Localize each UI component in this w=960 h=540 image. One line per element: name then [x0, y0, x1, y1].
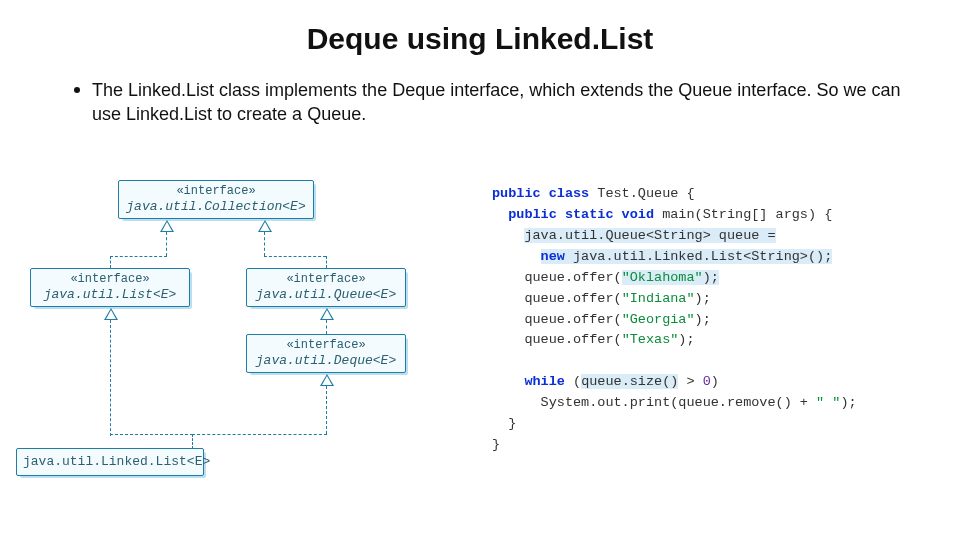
uml-dashed-line [110, 434, 193, 435]
bullet-item: The Linked.List class implements the Deq… [0, 56, 960, 127]
uml-collection-name: java.util.Collection<E> [125, 199, 307, 215]
uml-dashed-line [192, 434, 327, 435]
page-title: Deque using Linked.List [0, 0, 960, 56]
code-text: System.out.print(queue.remove() + [541, 395, 816, 410]
code-line: new java.util.Linked.List<String>(); [541, 249, 833, 264]
uml-arrowhead-icon [160, 220, 174, 232]
uml-stereotype: «interface» [37, 272, 183, 287]
uml-box-deque: «interface» java.util.Deque<E> [246, 334, 406, 373]
code-string: " " [816, 395, 840, 410]
code-keyword: while [524, 374, 565, 389]
code-text: queue.offer( [524, 270, 621, 285]
uml-arrowhead-icon [258, 220, 272, 232]
code-text: queue.offer( [524, 332, 621, 347]
code-line: System.out.print(queue.remove() + " "); [541, 395, 857, 410]
code-line: while (queue.size() > 0) [524, 374, 718, 389]
code-line: public static void main(String[] args) { [508, 207, 832, 222]
uml-dashed-line [326, 386, 327, 434]
uml-arrowhead-icon [320, 308, 334, 320]
code-text: Test.Queue { [589, 186, 694, 201]
uml-dashed-line [166, 232, 167, 256]
bullet-dot-icon [74, 87, 80, 93]
code-line: public class Test.Queue { [492, 186, 695, 201]
code-text: java.util.Linked.List<String>(); [565, 249, 832, 264]
code-line: } [492, 437, 500, 452]
code-line: queue.offer("Indiana"); [524, 291, 710, 306]
code-line: java.util.Queue<String> queue = [524, 228, 775, 243]
code-text: > [678, 374, 702, 389]
code-text: ) [711, 374, 719, 389]
code-line: queue.offer("Oklahoma"); [524, 270, 718, 285]
uml-deque-name: java.util.Deque<E> [253, 353, 399, 369]
uml-stereotype: «interface» [253, 338, 399, 353]
uml-dashed-line [110, 256, 111, 268]
uml-dashed-line [192, 434, 193, 449]
code-number: 0 [703, 374, 711, 389]
uml-stereotype: «interface» [125, 184, 307, 199]
uml-dashed-line [110, 320, 111, 436]
code-keyword: public static void [508, 207, 654, 222]
code-text: ); [840, 395, 856, 410]
code-block: public class Test.Queue { public static … [492, 184, 857, 456]
uml-arrowhead-icon [104, 308, 118, 320]
uml-arrowhead-icon [320, 374, 334, 386]
code-text: queue.offer( [524, 312, 621, 327]
code-text: ); [678, 332, 694, 347]
code-text: queue.offer( [524, 291, 621, 306]
uml-box-queue: «interface» java.util.Queue<E> [246, 268, 406, 307]
uml-queue-name: java.util.Queue<E> [253, 287, 399, 303]
code-keyword: new [541, 249, 565, 264]
uml-dashed-line [326, 256, 327, 268]
code-text: ); [703, 270, 719, 285]
code-string: "Georgia" [622, 312, 695, 327]
code-text: ( [565, 374, 581, 389]
code-line: } [508, 416, 516, 431]
uml-dashed-line [326, 320, 327, 334]
uml-stereotype: «interface» [253, 272, 399, 287]
code-keyword: public class [492, 186, 589, 201]
uml-box-list: «interface» java.util.List<E> [30, 268, 190, 307]
code-string: "Indiana" [622, 291, 695, 306]
uml-list-name: java.util.List<E> [37, 287, 183, 303]
code-highlight: queue.size() [581, 374, 678, 389]
code-string: "Oklahoma" [622, 270, 703, 285]
code-line: queue.offer("Texas"); [524, 332, 694, 347]
uml-box-collection: «interface» java.util.Collection<E> [118, 180, 314, 219]
code-text: ); [695, 312, 711, 327]
code-text: ); [695, 291, 711, 306]
code-highlight: java.util.Queue<String> queue = [524, 228, 775, 243]
uml-dashed-line [110, 256, 167, 257]
uml-diagram: «interface» java.util.Collection<E> «int… [14, 176, 474, 506]
code-string: "Texas" [622, 332, 679, 347]
code-line: queue.offer("Georgia"); [524, 312, 710, 327]
uml-dashed-line [264, 256, 326, 257]
uml-dashed-line [264, 232, 265, 256]
code-text: main(String[] args) { [654, 207, 832, 222]
uml-box-linkedlist: java.util.Linked.List<E> [16, 448, 204, 476]
bullet-text: The Linked.List class implements the Deq… [92, 78, 906, 127]
uml-linkedlist-name: java.util.Linked.List<E> [23, 454, 197, 470]
